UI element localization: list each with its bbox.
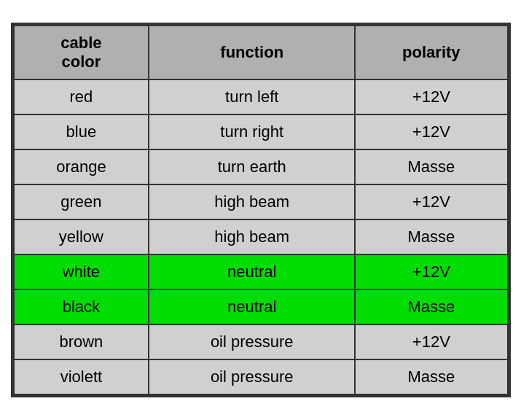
header-cable-color: cablecolor	[14, 26, 149, 79]
cell-function: high beam	[149, 219, 355, 254]
cell-function: high beam	[149, 184, 355, 219]
table-row: yellowhigh beamMasse	[14, 219, 508, 254]
cell-cable-color: brown	[14, 324, 149, 359]
table-row: whiteneutral+12V	[14, 254, 508, 289]
cell-polarity: Masse	[355, 149, 507, 184]
cell-cable-color: violett	[14, 359, 149, 394]
cell-polarity: +12V	[355, 254, 507, 289]
cell-function: oil pressure	[149, 359, 355, 394]
cell-polarity: Masse	[355, 219, 507, 254]
table-row: greenhigh beam+12V	[14, 184, 508, 219]
cell-cable-color: white	[14, 254, 149, 289]
cell-polarity: +12V	[355, 114, 507, 149]
table-header-row: cablecolor function polarity	[14, 26, 508, 79]
cell-polarity: Masse	[355, 289, 507, 324]
cell-polarity: +12V	[355, 184, 507, 219]
cell-function: neutral	[149, 289, 355, 324]
cell-cable-color: black	[14, 289, 149, 324]
table-row: violettoil pressureMasse	[14, 359, 508, 394]
cell-function: turn earth	[149, 149, 355, 184]
cell-function: oil pressure	[149, 324, 355, 359]
cell-cable-color: blue	[14, 114, 149, 149]
table-row: blueturn right+12V	[14, 114, 508, 149]
cell-cable-color: green	[14, 184, 149, 219]
cell-cable-color: orange	[14, 149, 149, 184]
table-row: blackneutralMasse	[14, 289, 508, 324]
cell-function: turn right	[149, 114, 355, 149]
table-row: brownoil pressure+12V	[14, 324, 508, 359]
cell-polarity: +12V	[355, 79, 507, 114]
cable-table: cablecolor function polarity redturn lef…	[11, 23, 511, 397]
header-polarity: polarity	[355, 26, 507, 79]
table-row: orangeturn earthMasse	[14, 149, 508, 184]
cell-polarity: +12V	[355, 324, 507, 359]
cell-cable-color: red	[14, 79, 149, 114]
cell-polarity: Masse	[355, 359, 507, 394]
cell-function: neutral	[149, 254, 355, 289]
cell-cable-color: yellow	[14, 219, 149, 254]
header-function: function	[149, 26, 355, 79]
table-row: redturn left+12V	[14, 79, 508, 114]
cell-function: turn left	[149, 79, 355, 114]
